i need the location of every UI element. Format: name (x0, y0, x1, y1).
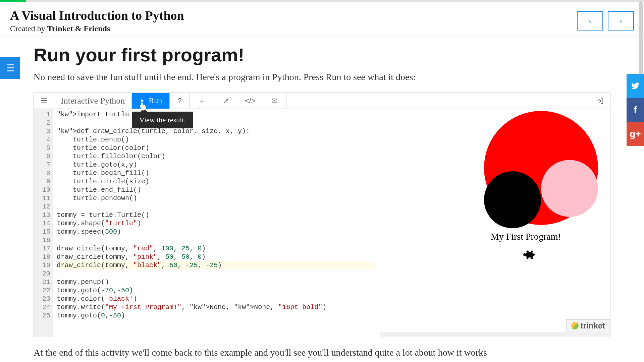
page-title: A Visual Introduction to Python (10, 8, 184, 23)
social-bar: f g+ (627, 74, 644, 146)
output-pane: My First Program! trinket (380, 109, 610, 337)
svg-point-3 (531, 250, 533, 252)
hamburger-icon: ☰ (41, 97, 47, 105)
facebook-share-button[interactable]: f (627, 98, 644, 122)
section-heading: Run your first program! (34, 44, 610, 66)
login-button[interactable] (590, 93, 610, 109)
output-text: My First Program! (491, 231, 561, 242)
share-button[interactable]: ↗ (214, 93, 238, 109)
sidebar-toggle-button[interactable]: ☰ (0, 57, 20, 79)
code-icon: </> (245, 97, 256, 105)
twitter-share-button[interactable] (627, 74, 644, 98)
progress-fill (0, 0, 26, 2)
trinket-menu-button[interactable]: ☰ (34, 93, 54, 109)
share-icon: ↗ (223, 97, 229, 105)
section-intro: No need to save the fun stuff until the … (34, 72, 610, 82)
help-button[interactable]: ? (170, 93, 190, 109)
trinket-title: Interactive Python (54, 93, 132, 109)
svg-point-5 (531, 257, 533, 259)
page-subtitle: Created by Trinket & Friends (10, 24, 184, 33)
embed-button[interactable]: </> (238, 93, 262, 109)
turtle-icon (523, 250, 537, 262)
svg-point-2 (526, 250, 528, 252)
output-black-circle (484, 171, 541, 228)
code-editor[interactable]: 1234567891011121314151617181920212223242… (34, 109, 380, 337)
trinket-embed: ☰ Interactive Python Run View the result… (34, 93, 610, 337)
nav-next-button[interactable]: › (608, 11, 634, 31)
svg-point-4 (526, 257, 528, 259)
gplus-share-button[interactable]: g+ (627, 122, 644, 146)
header: A Visual Introduction to Python Created … (0, 2, 644, 37)
footer-text: At the end of this activity we'll come b… (0, 337, 644, 358)
login-icon (596, 97, 604, 105)
svg-point-6 (533, 254, 535, 255)
trinket-logo-icon (571, 322, 579, 329)
run-tooltip: View the result. (132, 112, 193, 128)
svg-point-0 (525, 252, 534, 258)
line-gutter: 1234567891011121314151617181920212223242… (34, 109, 53, 337)
progress-bar (0, 0, 644, 2)
output-pink-circle (541, 160, 598, 217)
question-icon: ? (178, 97, 182, 105)
twitter-icon (631, 81, 640, 90)
code-lines[interactable]: "kw">import turtle "kw">def draw_circle(… (53, 109, 380, 337)
output-scrollbar[interactable] (380, 332, 610, 337)
add-button[interactable]: ＋ (190, 93, 214, 109)
envelope-icon: ✉ (271, 97, 277, 105)
email-button[interactable]: ✉ (262, 93, 286, 109)
trinket-toolbar: ☰ Interactive Python Run View the result… (34, 93, 610, 109)
run-button[interactable]: Run View the result. (132, 93, 170, 109)
hamburger-icon: ☰ (6, 63, 14, 74)
svg-point-1 (523, 253, 526, 256)
nav-prev-button[interactable]: ‹ (577, 11, 603, 31)
play-icon (139, 98, 145, 104)
trinket-logo[interactable]: trinket (566, 319, 610, 332)
plus-icon: ＋ (198, 96, 206, 106)
